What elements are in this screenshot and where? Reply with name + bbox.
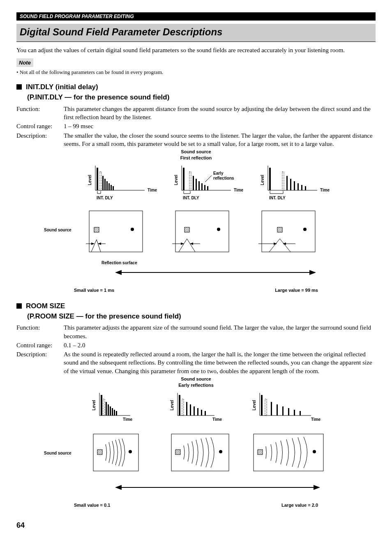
chart-mid: Level Time: [170, 393, 222, 422]
range-label: Control range:: [16, 122, 64, 130]
chart-small: Level Time: [92, 393, 133, 422]
chart-small: Level Time INT. DLY: [88, 166, 157, 200]
label-sound-source-side: Sound source: [44, 451, 71, 455]
main-title-block: Digital Sound Field Parameter Descriptio…: [16, 24, 376, 42]
note-label: Note: [16, 58, 33, 67]
function-text: This parameter changes the apparent dist…: [64, 105, 376, 122]
svg-rect-25: [207, 186, 208, 190]
small-value-label: Small value = 0.1: [74, 502, 110, 508]
svg-point-119: [313, 450, 316, 453]
label-sound-source: Sound source: [16, 376, 376, 382]
svg-text:Time: Time: [123, 417, 133, 422]
svg-rect-90: [190, 404, 191, 416]
diagram2-top-labels: Sound source Early reflections: [16, 376, 376, 389]
svg-rect-77: [106, 402, 107, 416]
svg-rect-38: [282, 172, 284, 190]
svg-point-113: [129, 450, 132, 453]
svg-rect-102: [277, 404, 278, 416]
svg-rect-43: [301, 185, 302, 190]
svg-line-70: [269, 239, 280, 252]
section-head-roomsize: ROOM SIZE: [16, 302, 376, 311]
svg-rect-2: [97, 168, 98, 190]
svg-rect-80: [112, 408, 113, 416]
svg-rect-101: [271, 402, 272, 416]
function-text: This parameter adjusts the apparent size…: [64, 323, 376, 340]
svg-line-56: [91, 240, 97, 252]
svg-text:Early: Early: [213, 171, 224, 175]
svg-rect-87: [179, 395, 180, 416]
diagram-roomsize: Level Time Level Time: [16, 393, 376, 508]
large-value-label: Large value = 99 ms: [275, 287, 318, 293]
svg-rect-112: [97, 450, 102, 455]
svg-point-116: [219, 450, 222, 453]
svg-rect-41: [294, 181, 295, 190]
room-large: [258, 211, 315, 252]
description-label: Description:: [16, 350, 64, 375]
diagram1-range-row: Small value = 1 ms Large value = 99 ms: [74, 287, 318, 293]
section-head-text: INIT.DLY (initial delay): [26, 83, 98, 91]
range-row: Control range: 0.1 – 2.0: [16, 341, 376, 349]
svg-point-55: [131, 228, 134, 231]
section-header-bar: SOUND FIELD PROGRAM PARAMETER EDITING: [16, 12, 376, 21]
svg-text:INT. DLY: INT. DLY: [269, 196, 286, 200]
bullet-square-icon: [16, 303, 22, 309]
svg-text:Time: Time: [320, 188, 330, 192]
intro-text: You can adjust the values of certain dig…: [16, 46, 376, 54]
label-early-reflections: Early reflections: [16, 382, 376, 388]
note-text: • Not all of the following parameters ca…: [16, 69, 376, 76]
svg-rect-6: [106, 181, 108, 190]
svg-line-71: [280, 239, 291, 252]
diagram-roomsize-svg: Level Time Level Time: [40, 393, 352, 500]
svg-rect-89: [186, 402, 187, 416]
svg-text:Time: Time: [148, 188, 157, 192]
svg-rect-99: [261, 395, 263, 416]
room-mid: [172, 211, 229, 252]
section-sub-roomsize: (P.ROOM SIZE — for the presence sound fi…: [27, 312, 376, 321]
description-text: As the sound is repeatedly reflected aro…: [64, 350, 376, 375]
section-head-text: ROOM SIZE: [26, 302, 65, 310]
room-small: [86, 211, 143, 252]
description-text: The smaller the value, the closer the so…: [64, 132, 376, 148]
page-number: 64: [16, 520, 376, 530]
svg-rect-37: [269, 168, 271, 190]
svg-rect-60: [175, 211, 229, 252]
svg-rect-67: [262, 211, 315, 252]
range-row: Control range: 1 – 99 msec: [16, 122, 376, 130]
svg-line-63: [179, 239, 187, 252]
svg-text:Level: Level: [260, 175, 265, 185]
svg-rect-9: [113, 186, 114, 190]
svg-text:Level: Level: [92, 400, 96, 411]
chart-large: Level Time: [252, 393, 321, 422]
svg-text:Time: Time: [212, 417, 222, 422]
svg-text:Time: Time: [234, 188, 244, 192]
chart-mid: Level Time Early reflections INT. DLY: [174, 166, 244, 200]
label-sound-source: Sound source: [16, 149, 376, 155]
description-row: Description: As the sound is repeatedly …: [16, 350, 376, 375]
svg-rect-42: [297, 183, 299, 190]
svg-rect-7: [108, 183, 110, 190]
label-sound-source-side: Sound source: [44, 228, 71, 232]
section-head-initdly: INIT.DLY (initial delay): [16, 83, 376, 92]
diagram-initdly-svg: Level Time INT. DLY Level Time Early ref…: [40, 166, 352, 285]
svg-rect-22: [198, 181, 200, 190]
svg-rect-94: [205, 411, 206, 416]
svg-rect-103: [282, 406, 284, 416]
svg-rect-79: [110, 406, 111, 416]
svg-rect-82: [116, 411, 117, 416]
description-label: Description:: [16, 132, 64, 148]
svg-rect-20: [193, 176, 194, 190]
svg-text:Level: Level: [252, 400, 256, 411]
svg-text:Level: Level: [174, 175, 178, 185]
svg-rect-93: [201, 410, 202, 416]
function-label: Function:: [16, 105, 64, 122]
room-mid: [171, 434, 229, 471]
svg-rect-4: [102, 176, 104, 190]
svg-rect-40: [290, 179, 291, 190]
svg-rect-18: [183, 168, 184, 190]
svg-rect-21: [196, 179, 197, 190]
svg-rect-81: [114, 410, 115, 416]
function-row: Function: This parameter changes the app…: [16, 105, 376, 122]
diagram-initdly: Level Time INT. DLY Level Time Early ref…: [16, 166, 376, 293]
svg-text:Time: Time: [311, 417, 321, 422]
svg-rect-91: [194, 406, 195, 416]
